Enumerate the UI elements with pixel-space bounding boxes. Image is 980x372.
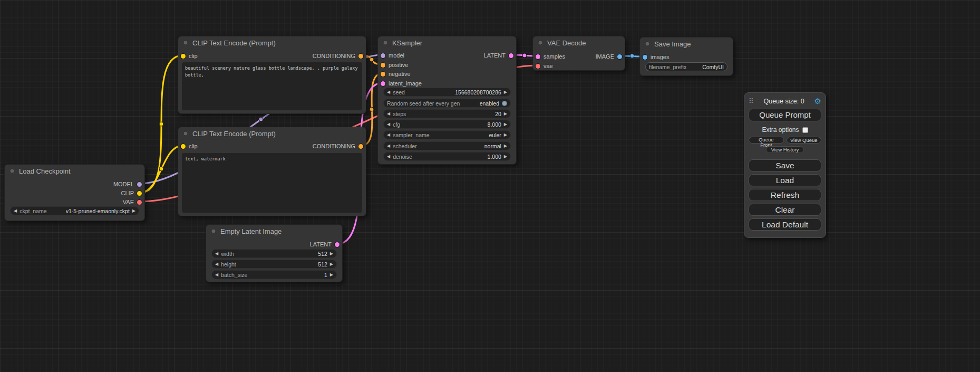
widget-batch-size[interactable]: ◀ batch_size 1 ▶ xyxy=(211,270,337,279)
decrease-arrow-icon[interactable]: ◀ xyxy=(387,155,390,159)
node-load-checkpoint[interactable]: Load Checkpoint MODEL CLIP VAE ◀ ckpt_na… xyxy=(4,164,145,221)
decrease-arrow-icon[interactable]: ◀ xyxy=(387,133,390,137)
increase-arrow-icon[interactable]: ▶ xyxy=(504,133,507,137)
drag-handle-icon[interactable]: ⠿ xyxy=(749,97,754,105)
decrease-arrow-icon[interactable]: ◀ xyxy=(387,112,390,116)
increase-arrow-icon[interactable]: ▶ xyxy=(330,262,333,266)
queue-prompt-button[interactable]: Queue Prompt xyxy=(749,109,821,121)
toggle-knob-icon[interactable] xyxy=(502,101,507,106)
node-empty-latent-image[interactable]: Empty Latent Image LATENT ◀ width 512 ▶ … xyxy=(206,224,343,282)
increase-arrow-icon[interactable]: ▶ xyxy=(504,155,507,159)
collapse-dot-icon[interactable] xyxy=(383,40,388,45)
input-port-model[interactable]: model xyxy=(381,52,404,59)
output-port-conditioning[interactable]: CONDITIONING xyxy=(313,53,363,59)
latent-port-icon[interactable] xyxy=(335,242,339,247)
output-port-clip[interactable]: CLIP xyxy=(121,190,142,196)
output-port-model[interactable]: MODEL xyxy=(113,181,142,187)
decrease-arrow-icon[interactable]: ◀ xyxy=(387,122,390,127)
increase-arrow-icon[interactable]: ▶ xyxy=(504,144,507,148)
widget-ckpt-name[interactable]: ◀ ckpt_name v1-5-pruned-emaonly.ckpt ▶ xyxy=(10,206,139,215)
conditioning-port-icon[interactable] xyxy=(381,72,385,77)
decrease-arrow-icon[interactable]: ◀ xyxy=(387,144,390,148)
input-port-latent-image[interactable]: latent_image xyxy=(381,80,422,87)
view-history-button[interactable]: View History xyxy=(766,146,804,153)
collapse-dot-icon[interactable] xyxy=(9,168,15,174)
model-port-icon[interactable] xyxy=(137,182,142,187)
node-title: VAE Decode xyxy=(547,39,586,47)
widget-random-seed-toggle[interactable]: Random seed after every gen enabled xyxy=(383,99,511,108)
output-port-latent[interactable]: LATENT xyxy=(484,52,513,59)
input-port-images[interactable]: images xyxy=(643,54,669,60)
clip-port-icon[interactable] xyxy=(181,54,186,59)
decrease-arrow-icon[interactable]: ◀ xyxy=(387,90,390,94)
conditioning-port-icon[interactable] xyxy=(381,63,385,68)
increase-arrow-icon[interactable]: ▶ xyxy=(504,90,507,94)
output-port-image[interactable]: IMAGE xyxy=(596,53,622,60)
prompt-text-area[interactable]: text, watermark xyxy=(182,153,362,213)
output-port-vae[interactable]: VAE xyxy=(123,199,142,205)
clip-port-icon[interactable] xyxy=(181,144,186,149)
widget-width[interactable]: ◀ width 512 ▶ xyxy=(211,249,337,258)
collapse-dot-icon[interactable] xyxy=(538,40,543,45)
increase-arrow-icon[interactable]: ▶ xyxy=(504,122,507,127)
conditioning-port-icon[interactable] xyxy=(358,144,363,149)
widget-seed[interactable]: ◀ seed 156680208700286 ▶ xyxy=(383,88,511,97)
widget-denoise[interactable]: ◀ denoise 1.000 ▶ xyxy=(383,152,511,161)
input-port-samples[interactable]: samples xyxy=(536,53,565,60)
increase-arrow-icon[interactable]: ▶ xyxy=(330,252,333,256)
port-label: latent_image xyxy=(389,80,422,87)
queue-menu-panel[interactable]: ⠿ Queue size: 0 ⚙ Queue Prompt Extra opt… xyxy=(744,92,826,238)
node-ksampler[interactable]: KSampler model positive negative latent_… xyxy=(377,36,517,165)
node-save-image[interactable]: Save Image images filename_prefix ComfyU… xyxy=(639,37,733,76)
history-row: View History xyxy=(749,146,821,153)
save-button[interactable]: Save xyxy=(749,159,821,171)
input-port-clip[interactable]: clip xyxy=(181,143,198,149)
vae-port-icon[interactable] xyxy=(137,200,142,205)
input-port-vae[interactable]: vae xyxy=(536,63,553,69)
node-clip-text-encode-negative[interactable]: CLIP Text Encode (Prompt) clip CONDITION… xyxy=(178,127,366,216)
load-button[interactable]: Load xyxy=(749,174,821,186)
load-default-button[interactable]: Load Default xyxy=(749,218,821,231)
vae-port-icon[interactable] xyxy=(536,64,540,69)
conditioning-port-icon[interactable] xyxy=(358,54,363,59)
output-port-latent[interactable]: LATENT xyxy=(310,241,339,247)
latent-port-icon[interactable] xyxy=(536,54,540,59)
increase-arrow-icon[interactable]: ▶ xyxy=(330,273,333,277)
increase-arrow-icon[interactable]: ▶ xyxy=(504,112,507,116)
refresh-button[interactable]: Refresh xyxy=(749,189,821,201)
decrease-arrow-icon[interactable]: ◀ xyxy=(215,273,218,277)
collapse-dot-icon[interactable] xyxy=(183,40,188,45)
collapse-dot-icon[interactable] xyxy=(645,41,650,46)
increase-arrow-icon[interactable]: ▶ xyxy=(132,209,135,213)
widget-label: seed xyxy=(393,89,405,96)
latent-port-icon[interactable] xyxy=(381,81,385,86)
decrease-arrow-icon[interactable]: ◀ xyxy=(215,252,218,256)
clear-button[interactable]: Clear xyxy=(749,204,821,216)
image-port-icon[interactable] xyxy=(643,55,647,60)
widget-sampler-name[interactable]: ◀ sampler_name euler ▶ xyxy=(383,130,511,139)
input-port-negative[interactable]: negative xyxy=(381,71,411,77)
collapse-dot-icon[interactable] xyxy=(211,228,216,234)
widget-scheduler[interactable]: ◀ scheduler normal ▶ xyxy=(383,141,511,150)
widget-height[interactable]: ◀ height 512 ▶ xyxy=(211,260,337,269)
settings-gear-icon[interactable]: ⚙ xyxy=(814,97,821,105)
widget-cfg[interactable]: ◀ cfg 8.000 ▶ xyxy=(383,120,511,129)
view-queue-button[interactable]: View Queue xyxy=(787,137,822,144)
widget-filename-prefix[interactable]: filename_prefix ComfyUI xyxy=(645,62,727,71)
image-port-icon[interactable] xyxy=(617,54,622,59)
node-clip-text-encode-positive[interactable]: CLIP Text Encode (Prompt) clip CONDITION… xyxy=(178,36,366,114)
extra-options-checkbox[interactable] xyxy=(802,127,808,133)
model-port-icon[interactable] xyxy=(381,53,385,58)
clip-port-icon[interactable] xyxy=(137,191,142,196)
prompt-text-area[interactable]: beautiful scenery nature glass bottle la… xyxy=(182,62,362,110)
decrease-arrow-icon[interactable]: ◀ xyxy=(14,209,17,213)
latent-port-icon[interactable] xyxy=(509,53,513,58)
collapse-dot-icon[interactable] xyxy=(183,131,188,136)
node-vae-decode[interactable]: VAE Decode samples vae IMAGE xyxy=(532,36,625,71)
input-port-positive[interactable]: positive xyxy=(381,62,408,68)
widget-steps[interactable]: ◀ steps 20 ▶ xyxy=(383,109,511,118)
output-port-conditioning[interactable]: CONDITIONING xyxy=(313,143,363,149)
decrease-arrow-icon[interactable]: ◀ xyxy=(215,262,218,266)
input-port-clip[interactable]: clip xyxy=(181,53,198,59)
queue-front-button[interactable]: Queue Front xyxy=(749,137,784,144)
